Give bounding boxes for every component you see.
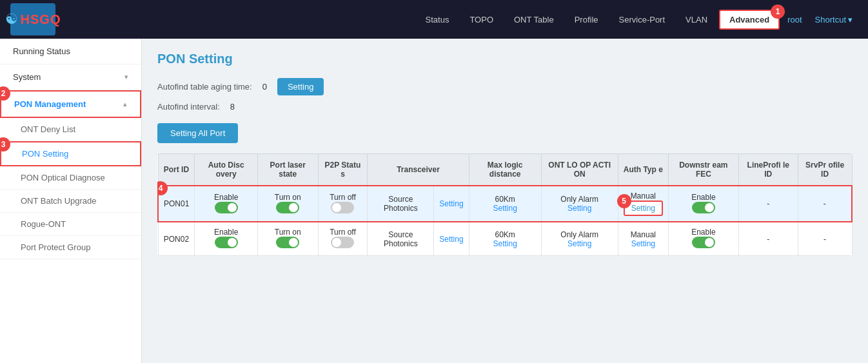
- cell-auto-disc: Enable: [195, 222, 258, 256]
- sidebar: Running Status System ▾ PON Management ▴…: [0, 39, 142, 363]
- chevron-down-icon: ▾: [848, 15, 853, 25]
- sidebar-item-pon-setting[interactable]: PON Setting 3: [0, 141, 141, 166]
- badge-2: 2: [0, 86, 10, 101]
- header: ☯ HSGQ Status TOPO ONT Table Profile Ser…: [0, 0, 868, 39]
- main-layout: Running Status System ▾ PON Management ▴…: [0, 39, 868, 363]
- badge-1: 1: [771, 5, 785, 19]
- autofind-interval-row: Autofind interval: 8: [157, 102, 853, 112]
- setting-link[interactable]: Setting: [493, 204, 517, 213]
- setting-link[interactable]: Setting: [567, 204, 591, 213]
- col-downstream: Downstr eam FEC: [668, 154, 738, 186]
- table-row: PON014EnableTurn onTurn offSource Photon…: [158, 186, 852, 222]
- cell-line-profile: -: [738, 186, 798, 222]
- sidebar-item-rogue-ont[interactable]: Rogue-ONT: [0, 213, 141, 236]
- autofind-interval-value: 8: [230, 102, 235, 112]
- sidebar-item-system[interactable]: System ▾: [0, 64, 141, 90]
- nav-topo[interactable]: TOPO: [460, 11, 502, 28]
- sidebar-item-port-protect-group[interactable]: Port Protect Group: [0, 236, 141, 259]
- col-ont-loop: ONT LO OP ACTI ON: [541, 154, 618, 186]
- col-srv-profile: SrvPr ofile ID: [798, 154, 852, 186]
- cell-p2p: Turn off: [318, 186, 368, 222]
- cell-srv-profile: -: [798, 222, 852, 256]
- autofind-interval-label: Autofind interval:: [157, 102, 220, 112]
- cell-transceiver-setting: Setting: [434, 186, 469, 222]
- col-transceiver: Transceiver: [368, 154, 469, 186]
- logo-text: HSGQ: [21, 12, 61, 27]
- cell-srv-profile: -: [798, 186, 852, 222]
- setting-link[interactable]: Setting: [439, 235, 463, 244]
- cell-port-id: PON014: [158, 186, 195, 222]
- cell-port-id: PON02: [158, 222, 195, 256]
- cell-downstream: Enable: [668, 186, 738, 222]
- chevron-icon-pon: ▴: [123, 100, 127, 108]
- logo-icon: ☯: [5, 11, 18, 28]
- col-line-profile: LineProfi le ID: [738, 154, 798, 186]
- toggle-switch[interactable]: [276, 237, 299, 248]
- sidebar-item-pon-management[interactable]: PON Management ▴ 2: [0, 90, 141, 118]
- nav-advanced[interactable]: Advanced 1: [719, 10, 780, 30]
- setting-button[interactable]: Setting: [277, 78, 324, 95]
- cell-auto-disc: Enable: [195, 186, 258, 222]
- badge-3: 3: [0, 137, 10, 152]
- nav-profile[interactable]: Profile: [566, 11, 607, 28]
- setting-all-port-button[interactable]: Setting All Port: [157, 123, 238, 143]
- autofind-aging-row: Autofind table aging time: 0 Setting: [157, 78, 853, 95]
- cell-max-dist: 60KmSetting: [469, 186, 541, 222]
- nav-menu: Status TOPO ONT Table Profile Service-Po…: [417, 10, 858, 30]
- cell-ont-loop: Only AlarmSetting: [541, 186, 618, 222]
- cell-max-dist: 60KmSetting: [469, 222, 541, 256]
- cell-p2p: Turn off: [318, 222, 368, 256]
- col-p2p: P2P Statu s: [318, 154, 368, 186]
- cell-ont-loop: Only AlarmSetting: [541, 222, 618, 256]
- badge-5: 5: [617, 194, 631, 208]
- table-row: PON02EnableTurn onTurn offSource Photoni…: [158, 222, 852, 256]
- cell-auth-type: ManualSetting5: [618, 186, 668, 222]
- cell-downstream: Enable: [668, 222, 738, 256]
- chevron-icon: ▾: [124, 73, 128, 81]
- pon-table: Port ID Auto Disc overy Port laser state…: [157, 153, 853, 256]
- cell-port-laser: Turn on: [257, 222, 318, 256]
- setting-link[interactable]: Setting: [439, 199, 463, 208]
- toggle-switch[interactable]: [692, 237, 715, 248]
- autofind-aging-label: Autofind table aging time:: [157, 82, 252, 92]
- page-title: PON Setting: [157, 52, 853, 66]
- sidebar-item-ont-batch-upgrade[interactable]: ONT Batch Upgrade: [0, 190, 141, 213]
- content: PON Setting Autofind table aging time: 0…: [142, 39, 868, 363]
- cell-transceiver: Source Photonics: [368, 222, 434, 256]
- col-auto-disc: Auto Disc overy: [195, 154, 258, 186]
- nav-shortcut[interactable]: Shortcut ▾: [810, 11, 858, 28]
- nav-ont-table[interactable]: ONT Table: [505, 11, 563, 28]
- cell-auth-type: ManualSetting: [618, 222, 668, 256]
- cell-transceiver-setting: Setting: [434, 222, 469, 256]
- setting-link[interactable]: Setting: [493, 239, 517, 248]
- toggle-switch[interactable]: [692, 202, 715, 213]
- toggle-switch[interactable]: [331, 237, 354, 248]
- autofind-aging-value: 0: [262, 82, 267, 92]
- toggle-switch[interactable]: [215, 237, 238, 248]
- sidebar-item-ont-deny-list[interactable]: ONT Deny List: [0, 118, 141, 141]
- toggle-switch[interactable]: [215, 202, 238, 213]
- col-port-id: Port ID: [158, 154, 195, 186]
- cell-line-profile: -: [738, 222, 798, 256]
- col-port-laser: Port laser state: [257, 154, 318, 186]
- sidebar-item-pon-optical-diagnose[interactable]: PON Optical Diagnose: [0, 166, 141, 190]
- setting-link[interactable]: Setting: [567, 239, 591, 248]
- nav-status[interactable]: Status: [417, 11, 459, 28]
- toggle-switch[interactable]: [276, 202, 299, 213]
- col-max-dist: Max logic distance: [469, 154, 541, 186]
- sidebar-item-running-status[interactable]: Running Status: [0, 39, 141, 64]
- cell-transceiver: Source Photonics: [368, 186, 434, 222]
- nav-user: root: [782, 11, 807, 28]
- toggle-switch[interactable]: [331, 202, 354, 213]
- col-auth-type: Auth Typ e: [618, 154, 668, 186]
- setting-link[interactable]: Setting: [631, 239, 655, 248]
- logo: ☯ HSGQ: [10, 3, 55, 35]
- badge-4: 4: [157, 181, 168, 195]
- nav-service-port[interactable]: Service-Port: [610, 11, 675, 28]
- cell-port-laser: Turn on: [257, 186, 318, 222]
- nav-vlan[interactable]: VLAN: [676, 11, 716, 28]
